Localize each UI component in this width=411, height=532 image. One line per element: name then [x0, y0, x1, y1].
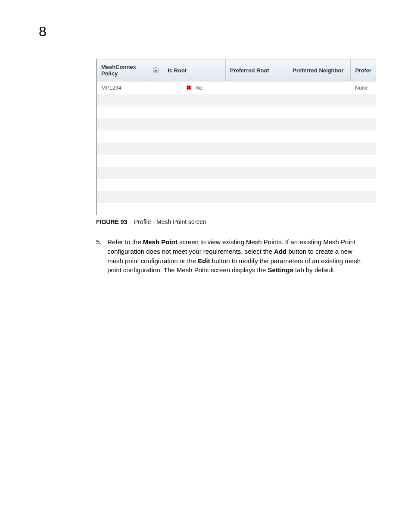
cell-prefneighbor: [288, 179, 351, 191]
cell-prefneighbor: [288, 203, 351, 215]
cell-prefroot: [225, 155, 288, 167]
step-number: 5.: [96, 237, 106, 247]
cell-prefer: None: [351, 81, 376, 95]
cell-policy: [97, 94, 163, 106]
cell-prefroot: [225, 131, 288, 143]
figure-caption-text: Profile - Mesh Point screen: [134, 218, 206, 225]
cell-policy: [97, 155, 163, 167]
cell-prefneighbor: [288, 143, 351, 155]
cell-policy: MP1234: [97, 81, 163, 95]
table-row[interactable]: [97, 167, 376, 179]
table-row[interactable]: [97, 203, 376, 215]
text-run: tab by default.: [293, 266, 336, 274]
cell-isroot: [163, 118, 226, 131]
cell-prefer: [351, 131, 376, 143]
cell-isroot: [163, 191, 226, 203]
table-row[interactable]: [97, 155, 376, 167]
bold-edit: Edit: [198, 257, 210, 264]
cell-prefneighbor: [288, 106, 351, 118]
cell-prefneighbor: [288, 94, 351, 106]
cell-prefer: [351, 94, 376, 106]
cell-prefroot: [225, 191, 288, 203]
cell-isroot: [163, 167, 226, 179]
cell-prefroot: [225, 81, 288, 95]
table-row[interactable]: [97, 118, 376, 131]
column-header-label: MeshConnex Policy: [101, 64, 151, 77]
column-header-prefroot[interactable]: Preferred Root: [225, 59, 288, 81]
table-row[interactable]: [97, 106, 376, 118]
table-row[interactable]: [97, 94, 376, 106]
cell-isroot: [163, 131, 226, 143]
cell-prefer: [351, 143, 376, 155]
cell-prefer: [351, 179, 376, 191]
cell-prefer: [351, 203, 376, 215]
column-header-isroot[interactable]: Is Root: [163, 59, 226, 81]
cell-prefroot: [225, 118, 288, 131]
cell-prefer: [351, 155, 376, 167]
cell-isroot: [163, 94, 226, 106]
cell-prefneighbor: [288, 118, 351, 131]
cell-prefneighbor: [288, 167, 351, 179]
cell-isroot: [163, 143, 226, 155]
cell-policy: [97, 203, 163, 215]
x-icon: ✖: [186, 84, 192, 92]
text-run: Refer to the: [107, 238, 143, 246]
cell-prefroot: [225, 179, 288, 191]
figure-caption: FIGURE 93 Profile - Mesh Point screen: [96, 218, 376, 225]
cell-prefroot: [225, 143, 288, 155]
cell-policy: [97, 106, 163, 118]
svg-marker-0: [154, 69, 157, 72]
cell-prefroot: [225, 106, 288, 118]
column-header-prefer[interactable]: Prefer: [351, 59, 376, 81]
cell-isroot: [163, 155, 226, 167]
cell-policy: [97, 143, 163, 155]
chapter-number: 8: [39, 24, 47, 40]
cell-policy: [97, 167, 163, 179]
cell-prefneighbor: [288, 131, 351, 143]
cell-prefroot: [225, 167, 288, 179]
cell-prefer: [351, 118, 376, 131]
table-row[interactable]: [97, 131, 376, 143]
cell-policy: [97, 179, 163, 191]
table-row[interactable]: [97, 179, 376, 191]
cell-prefneighbor: [288, 191, 351, 203]
table-header-row: MeshConnex Policy Is Root Preferred Root…: [97, 59, 376, 81]
cell-prefer: [351, 167, 376, 179]
step-5: 5. Refer to the Mesh Point screen to vie…: [96, 237, 376, 275]
isroot-text: No: [195, 85, 202, 91]
table-row[interactable]: [97, 143, 376, 155]
cell-prefer: [351, 191, 376, 203]
cell-prefroot: [225, 203, 288, 215]
mesh-point-table: MeshConnex Policy Is Root Preferred Root…: [96, 59, 376, 215]
table-row[interactable]: MP1234✖NoNone: [97, 81, 376, 95]
column-header-policy[interactable]: MeshConnex Policy: [97, 59, 163, 81]
step-text: Refer to the Mesh Point screen to view e…: [107, 237, 366, 275]
bold-mesh-point: Mesh Point: [143, 238, 177, 246]
cell-policy: [97, 131, 163, 143]
figure-label: FIGURE 93: [96, 218, 127, 225]
cell-prefneighbor: [288, 155, 351, 167]
table-row[interactable]: [97, 191, 376, 203]
cell-prefroot: [225, 94, 288, 106]
cell-isroot: [163, 106, 226, 118]
cell-prefneighbor: [288, 81, 351, 95]
bold-add: Add: [274, 248, 286, 255]
sort-asc-icon[interactable]: [153, 67, 159, 73]
cell-policy: [97, 118, 163, 131]
cell-isroot: [163, 179, 226, 191]
cell-isroot: ✖No: [163, 81, 226, 95]
cell-prefer: [351, 106, 376, 118]
cell-policy: [97, 191, 163, 203]
column-header-prefneighbor[interactable]: Preferred Neighbor: [288, 59, 351, 81]
cell-isroot: [163, 203, 226, 215]
bold-settings: Settings: [268, 266, 293, 274]
